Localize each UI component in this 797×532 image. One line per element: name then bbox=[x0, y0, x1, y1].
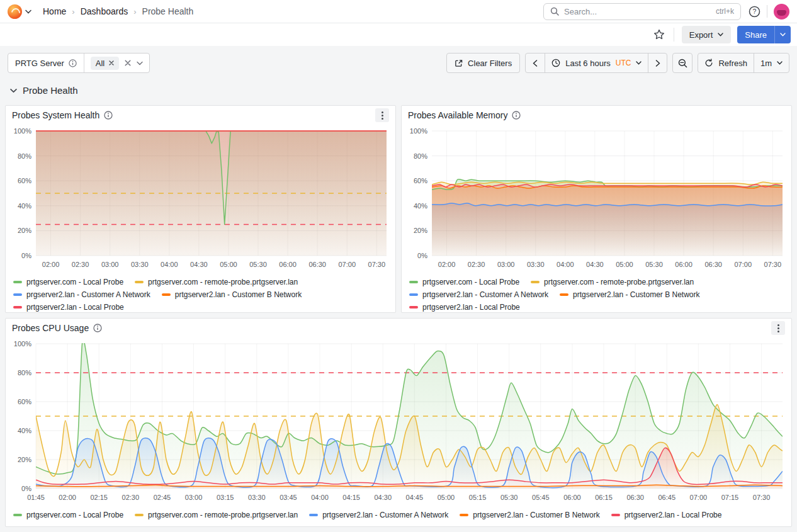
svg-text:04:15: 04:15 bbox=[342, 494, 360, 501]
legend-item[interactable]: prtgserver2.lan - Customer A Network bbox=[309, 511, 448, 519]
star-icon[interactable] bbox=[653, 29, 665, 40]
legend-item[interactable]: prtgserver2.lan - Customer B Network bbox=[560, 290, 699, 299]
legend-item[interactable]: prtgserver.com - Local Probe bbox=[13, 278, 123, 286]
time-series-plot[interactable]: 0%20%40%60%80%100%01:4502:0002:1502:3002… bbox=[6, 337, 791, 505]
legend-label: prtgserver2.lan - Customer B Network bbox=[573, 290, 699, 299]
legend-item[interactable]: prtgserver2.lan - Customer B Network bbox=[162, 290, 302, 299]
refresh-interval-dropdown[interactable]: 1m bbox=[754, 54, 789, 72]
legend-label: prtgserver2.lan - Local Probe bbox=[26, 303, 124, 312]
search-input-container[interactable]: ctrl+k bbox=[543, 3, 741, 20]
kebab-menu-icon[interactable] bbox=[375, 108, 389, 122]
legend-item[interactable]: prtgserver.com - remote-probe.prtgserver… bbox=[135, 511, 298, 519]
clear-all-icon[interactable] bbox=[125, 60, 131, 66]
variable-value-dropdown[interactable]: All bbox=[84, 54, 149, 72]
kebab-menu-icon[interactable] bbox=[771, 321, 785, 335]
time-shift-back-button[interactable] bbox=[526, 54, 545, 72]
svg-text:01:45: 01:45 bbox=[27, 494, 45, 501]
svg-text:40%: 40% bbox=[18, 427, 31, 434]
info-icon[interactable] bbox=[512, 111, 521, 120]
timezone-label[interactable]: UTC bbox=[616, 59, 631, 67]
refresh-interval-label: 1m bbox=[760, 59, 772, 68]
svg-text:06:30: 06:30 bbox=[626, 494, 644, 501]
user-avatar[interactable] bbox=[774, 4, 789, 20]
breadcrumb-dashboards[interactable]: Dashboards bbox=[81, 6, 128, 16]
legend-label: prtgserver.com - Local Probe bbox=[26, 278, 123, 286]
legend-label: prtgserver.com - Local Probe bbox=[26, 511, 123, 519]
info-icon[interactable] bbox=[69, 59, 77, 67]
legend-item[interactable]: prtgserver2.lan - Local Probe bbox=[13, 303, 124, 312]
svg-text:02:15: 02:15 bbox=[90, 494, 108, 501]
panel-header: Probes CPU Usage bbox=[6, 319, 791, 337]
svg-text:05:00: 05:00 bbox=[220, 261, 237, 268]
legend-label: prtgserver2.lan - Customer A Network bbox=[322, 511, 448, 519]
legend-label: prtgserver.com - Local Probe bbox=[422, 278, 519, 286]
time-shift-forward-button[interactable] bbox=[648, 54, 667, 72]
legend-label: prtgserver.com - remote-probe.prtgserver… bbox=[148, 278, 298, 286]
refresh-icon bbox=[704, 59, 713, 67]
panel-probes-available-memory: Probes Available Memory 0%20%40%60%80%10… bbox=[401, 105, 792, 313]
dashboard-controls: PRTG Server All Clear Filters bbox=[8, 53, 789, 73]
legend-item[interactable]: prtgserver2.lan - Local Probe bbox=[611, 511, 722, 519]
breadcrumb-current: Probe Health bbox=[142, 6, 194, 16]
svg-text:40%: 40% bbox=[414, 202, 427, 210]
legend-item[interactable]: prtgserver.com - remote-probe.prtgserver… bbox=[531, 278, 694, 286]
svg-text:02:30: 02:30 bbox=[468, 261, 485, 268]
topbar-divider bbox=[767, 5, 767, 18]
svg-text:04:00: 04:00 bbox=[161, 261, 178, 268]
grafana-dashboard-page: Home › Dashboards › Probe Health ctrl+k … bbox=[0, 0, 797, 532]
svg-text:20%: 20% bbox=[18, 456, 31, 463]
clear-filters-button[interactable]: Clear Filters bbox=[446, 53, 520, 73]
svg-text:0%: 0% bbox=[417, 252, 427, 259]
grafana-logo[interactable] bbox=[8, 4, 22, 19]
info-icon[interactable] bbox=[93, 324, 102, 332]
svg-text:60%: 60% bbox=[18, 177, 31, 184]
chevron-down-icon[interactable] bbox=[137, 61, 143, 65]
svg-text:07:30: 07:30 bbox=[764, 261, 782, 268]
chevron-down-icon bbox=[636, 61, 642, 65]
legend-swatch bbox=[13, 281, 22, 283]
svg-text:03:45: 03:45 bbox=[280, 494, 297, 501]
export-button[interactable]: Export bbox=[682, 26, 732, 43]
legend-item[interactable]: prtgserver.com - Local Probe bbox=[13, 511, 123, 519]
info-icon[interactable] bbox=[104, 111, 113, 120]
svg-text:80%: 80% bbox=[18, 369, 31, 376]
svg-text:02:00: 02:00 bbox=[42, 261, 60, 268]
clock-icon bbox=[551, 59, 560, 67]
refresh-label: Refresh bbox=[718, 59, 747, 68]
legend-swatch bbox=[409, 306, 418, 308]
legend-item[interactable]: prgserver2.lan - Customer A Network bbox=[13, 290, 150, 299]
legend-item[interactable]: prtgserver2.lan - Local Probe bbox=[409, 303, 520, 312]
mega-menu-toggle[interactable] bbox=[25, 9, 31, 14]
svg-text:?: ? bbox=[753, 8, 757, 15]
panel-legend: prtgserver.com - Local Probeprtgserver.c… bbox=[6, 274, 395, 315]
search-shortcut-hint: ctrl+k bbox=[716, 7, 734, 16]
share-button[interactable]: Share bbox=[737, 26, 774, 43]
refresh-button[interactable]: Refresh bbox=[698, 54, 754, 72]
share-menu-toggle[interactable] bbox=[774, 26, 791, 43]
legend-item[interactable]: prtgserver2.lan - Customer B Network bbox=[460, 511, 599, 519]
breadcrumb-home[interactable]: Home bbox=[43, 6, 66, 16]
remove-value-icon[interactable] bbox=[109, 60, 114, 65]
search-input[interactable] bbox=[564, 7, 711, 16]
legend-swatch bbox=[409, 293, 418, 296]
svg-text:06:30: 06:30 bbox=[308, 261, 326, 268]
svg-text:07:00: 07:00 bbox=[734, 261, 752, 268]
help-icon[interactable]: ? bbox=[749, 6, 760, 18]
time-range-dropdown[interactable]: Last 6 hours UTC bbox=[545, 54, 648, 72]
legend-item[interactable]: prtgserver.com - remote-probe.prtgserver… bbox=[135, 278, 298, 286]
svg-text:05:00: 05:00 bbox=[616, 261, 633, 268]
time-series-plot[interactable]: 0%20%40%60%80%100%02:0002:3003:0003:3004… bbox=[402, 125, 791, 272]
svg-text:05:00: 05:00 bbox=[438, 494, 455, 501]
legend-label: prtgserver2.lan - Customer B Network bbox=[473, 511, 599, 519]
legend-item[interactable]: prtgserver2.lan - Customer A Network bbox=[409, 290, 548, 299]
svg-text:05:30: 05:30 bbox=[500, 494, 518, 501]
svg-text:05:30: 05:30 bbox=[249, 261, 267, 268]
variable-value-chip[interactable]: All bbox=[91, 57, 119, 70]
row-probe-health[interactable]: Probe Health bbox=[10, 85, 78, 96]
time-series-plot[interactable]: 0%20%40%60%80%100%02:0002:3003:0003:3004… bbox=[6, 125, 395, 272]
panel-legend: prtgserver.com - Local Probeprtgserver.c… bbox=[402, 274, 791, 315]
legend-item[interactable]: prtgserver.com - Local Probe bbox=[409, 278, 519, 286]
zoom-out-button[interactable] bbox=[672, 53, 692, 73]
legend-label: prtgserver2.lan - Local Probe bbox=[625, 511, 722, 519]
svg-text:100%: 100% bbox=[14, 340, 31, 348]
